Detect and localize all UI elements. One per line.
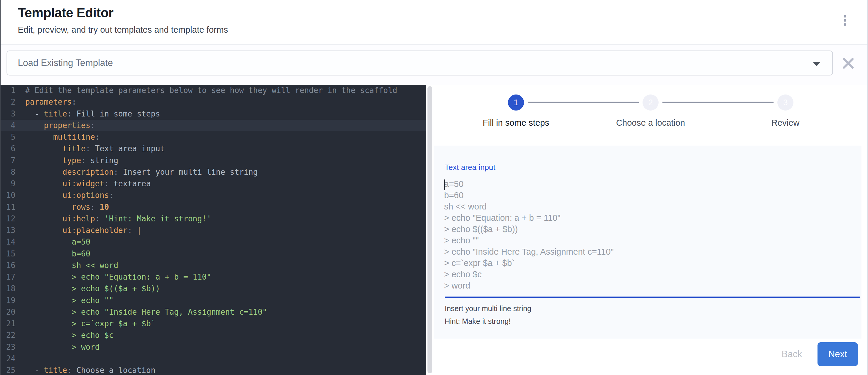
line-number: 4 — [1, 120, 16, 131]
editor-line[interactable]: 24 — [1, 353, 426, 365]
step-circle-2[interactable]: 2 — [643, 94, 658, 111]
line-number: 20 — [1, 306, 16, 318]
textarea-placeholder-line: > echo $(($a + $b)) — [444, 223, 860, 235]
editor-line[interactable]: 23 > word — [1, 341, 426, 353]
line-number: 25 — [1, 365, 16, 375]
step-label-2: Choose a location — [585, 118, 716, 128]
editor-line[interactable]: 3 - title: Fill in some steps — [1, 108, 426, 120]
line-code: a=50 — [16, 236, 90, 248]
editor-line[interactable]: 8 description: Insert your multi line st… — [1, 166, 426, 178]
editor-line[interactable]: 25 - title: Choose a location — [1, 365, 426, 375]
form-card: Text area input a=50b=60sh << word> echo… — [434, 146, 862, 339]
editor-line[interactable]: 4 properties: — [1, 120, 426, 131]
multiline-textarea[interactable]: a=50b=60sh << word> echo "Equation: a + … — [444, 178, 860, 295]
text-cursor — [444, 180, 445, 190]
line-code: > echo $(($a + $b)) — [16, 283, 160, 294]
line-code: > echo "" — [16, 295, 114, 306]
editor-line[interactable]: 13 ui:placeholder: | — [1, 225, 426, 236]
textarea-placeholder-line: a=50 — [444, 178, 860, 190]
textarea-placeholder-line: > echo $c — [444, 269, 860, 280]
textarea-placeholder-line: > echo "" — [444, 235, 860, 246]
page-title: Template Editor — [18, 5, 114, 20]
line-code: > echo "Equation: a + b = 110" — [16, 271, 211, 283]
editor-line[interactable]: 6 title: Text area input — [1, 143, 426, 155]
back-button[interactable]: Back — [781, 349, 802, 360]
field-help-text: Hint: Make it strong! — [445, 317, 510, 326]
editor-line[interactable]: 9 ui:widget: textarea — [1, 178, 426, 190]
line-number: 19 — [1, 295, 16, 306]
editor-line[interactable]: 21 > c=`expr $a + $b` — [1, 318, 426, 330]
editor-lines: 1# Edit the template parameters below to… — [1, 85, 426, 375]
editor-line[interactable]: 20 > echo "Inside Here Tag, Assignment c… — [1, 306, 426, 318]
editor-line[interactable]: 14 a=50 — [1, 236, 426, 248]
line-code: > word — [16, 341, 99, 353]
editor-line[interactable]: 1# Edit the template parameters below to… — [1, 85, 426, 96]
line-number: 11 — [1, 201, 16, 213]
load-template-placeholder: Load Existing Template — [18, 58, 113, 68]
line-code: type: string — [16, 155, 118, 166]
editor-line[interactable]: 11 rows: 10 — [1, 201, 426, 213]
line-number: 3 — [1, 108, 16, 120]
step-connector — [528, 102, 639, 103]
textarea-placeholder-line: > echo "Inside Here Tag, Assignment c=11… — [444, 246, 860, 257]
line-code: ui:widget: textarea — [16, 178, 151, 190]
line-code: title: Text area input — [16, 143, 165, 155]
line-number: 18 — [1, 283, 16, 294]
editor-line[interactable]: 22 > echo $c — [1, 330, 426, 341]
textarea-placeholder: a=50b=60sh << word> echo "Equation: a + … — [444, 178, 860, 291]
line-number: 12 — [1, 213, 16, 225]
clear-selection-icon[interactable] — [839, 55, 856, 71]
editor-line[interactable]: 5 multiline: — [1, 131, 426, 143]
line-number: 21 — [1, 318, 16, 330]
stepper: 1Fill in some steps2Choose a location3Re… — [434, 85, 868, 146]
line-number: 9 — [1, 178, 16, 190]
editor-line[interactable]: 16 sh << word — [1, 260, 426, 271]
step-circle-3[interactable]: 3 — [777, 94, 794, 111]
line-code: parameters: — [16, 96, 76, 108]
line-number: 16 — [1, 260, 16, 271]
next-button[interactable]: Next — [817, 342, 858, 366]
editor-line[interactable]: 12 ui:help: 'Hint: Make it strong!' — [1, 213, 426, 225]
line-number: 2 — [1, 96, 16, 108]
line-number: 15 — [1, 248, 16, 260]
line-code: ui:options: — [16, 190, 114, 201]
line-code: description: Insert your multi line stri… — [16, 166, 258, 178]
line-number: 7 — [1, 155, 16, 166]
line-number: 8 — [1, 166, 16, 178]
line-code: sh << word — [16, 260, 118, 271]
yaml-editor[interactable]: 1# Edit the template parameters below to… — [1, 85, 426, 375]
line-code: - title: Choose a location — [16, 365, 155, 375]
line-code: # Edit the template parameters below to … — [16, 85, 397, 96]
line-number: 10 — [1, 190, 16, 201]
caret-down-icon — [813, 62, 820, 66]
editor-line[interactable]: 10 ui:options: — [1, 190, 426, 201]
line-code: b=60 — [16, 248, 90, 260]
line-code: properties: — [16, 120, 95, 131]
load-template-select[interactable]: Load Existing Template — [6, 51, 833, 75]
textarea-placeholder-line: sh << word — [444, 201, 860, 212]
step-label-1: Fill in some steps — [451, 118, 581, 128]
editor-scrollbar[interactable] — [428, 86, 432, 373]
more-options-icon[interactable] — [839, 15, 851, 29]
textarea-placeholder-line: > c=`expr $a + $b` — [444, 257, 860, 269]
textarea-field-label: Text area input — [445, 163, 495, 172]
line-code: > echo "Inside Here Tag, Assignment c=11… — [16, 306, 267, 318]
line-code: rows: 10 — [16, 201, 109, 213]
editor-line[interactable]: 19 > echo "" — [1, 295, 426, 306]
line-number: 6 — [1, 143, 16, 155]
line-code: > c=`expr $a + $b` — [16, 318, 155, 330]
step-circle-1[interactable]: 1 — [508, 94, 524, 111]
editor-line[interactable]: 2parameters: — [1, 96, 426, 108]
page-subtitle: Edit, preview, and try out templates and… — [18, 25, 228, 35]
line-number: 24 — [1, 353, 16, 365]
line-code: ui:placeholder: | — [16, 225, 142, 236]
editor-line[interactable]: 15 b=60 — [1, 248, 426, 260]
editor-line[interactable]: 18 > echo $(($a + $b)) — [1, 283, 426, 294]
field-description: Insert your multi line string — [445, 304, 531, 313]
template-preview-panel: 1Fill in some steps2Choose a location3Re… — [434, 85, 868, 375]
editor-line[interactable]: 7 type: string — [1, 155, 426, 166]
line-code — [16, 353, 25, 365]
editor-line[interactable]: 17 > echo "Equation: a + b = 110" — [1, 271, 426, 283]
line-code: multiline: — [16, 131, 99, 143]
line-code: > echo $c — [16, 330, 114, 341]
